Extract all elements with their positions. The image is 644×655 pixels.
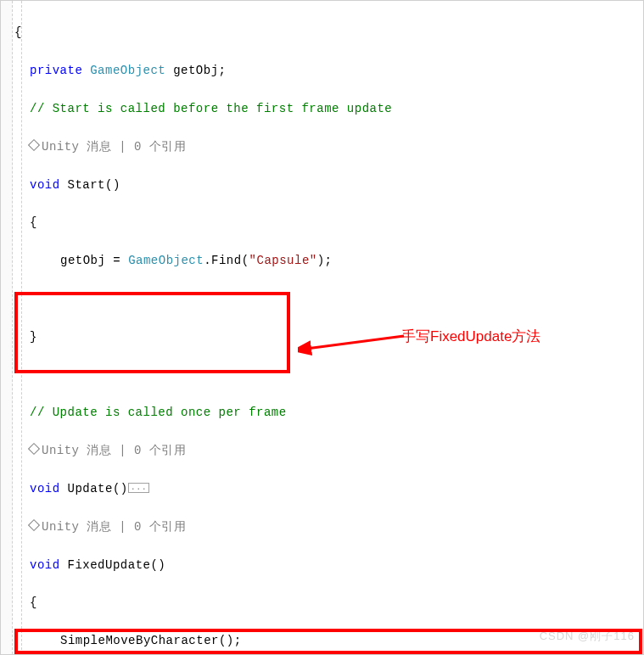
method-fixedupdate: FixedUpdate [68, 558, 151, 572]
unity-cube-icon [28, 519, 40, 531]
comment-update: // Update is called once per frame [30, 406, 287, 419]
codelens-unity[interactable]: Unity 消息 | 0 个引用 [42, 444, 186, 457]
keyword-private: private [30, 64, 82, 77]
vertical-gutter [1, 1, 13, 654]
unity-cube-icon [28, 139, 40, 151]
codelens-line[interactable]: Unity 消息 | 0 个引用 [14, 518, 643, 536]
codelens-line[interactable]: Unity 消息 | 0 个引用 [14, 137, 643, 156]
code-line[interactable]: void Update()... [14, 479, 643, 498]
codelens-line[interactable]: Unity 消息 | 0 个引用 [14, 441, 643, 460]
code-line[interactable]: getObj = GameObject.Find("Capsule"); [14, 251, 643, 270]
watermark: CSDN @刚子116 [540, 629, 635, 644]
comment-line[interactable]: // Update is called once per frame [14, 403, 643, 422]
method-update: Update [68, 482, 113, 495]
codelens-unity[interactable]: Unity 消息 | 0 个引用 [42, 140, 186, 154]
annotation-text: 手写FixedUpdate方法 [401, 327, 540, 346]
code-line[interactable]: void Start() [14, 176, 643, 194]
code-line[interactable]: void FixedUpdate() [14, 556, 643, 574]
unity-cube-icon [28, 443, 40, 455]
method-start: Start [68, 178, 106, 192]
code-editor[interactable]: { private GameObject getObj; // Start is… [13, 1, 643, 654]
open-brace: { [14, 25, 22, 39]
type-gameobject: GameObject [90, 64, 165, 77]
code-line[interactable]: private GameObject getObj; [14, 61, 643, 80]
codelens-unity[interactable]: Unity 消息 | 0 个引用 [42, 520, 186, 534]
call-simplemovebychar: SimpleMoveByCharacter [60, 634, 219, 647]
comment-start: // Start is called before the first fram… [30, 102, 392, 115]
string-capsule: "Capsule" [249, 254, 317, 267]
fold-toggle[interactable]: ... [128, 483, 150, 493]
comment-line[interactable]: // Start is called before the first fram… [14, 99, 643, 118]
